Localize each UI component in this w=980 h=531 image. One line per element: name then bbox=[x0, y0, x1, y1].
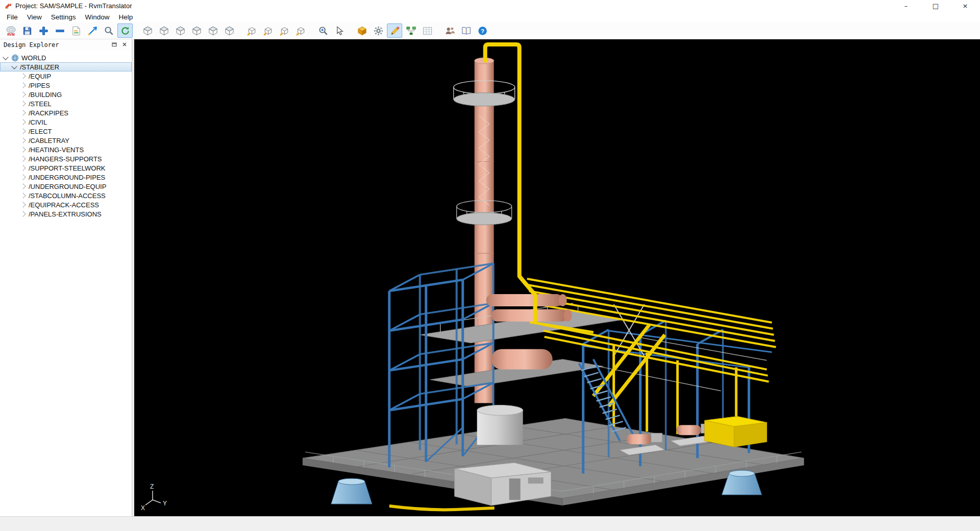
close-button[interactable]: × bbox=[950, 0, 980, 11]
svg-text:?: ? bbox=[481, 28, 484, 34]
view-iso-se-button[interactable] bbox=[277, 23, 292, 38]
view-back-button[interactable] bbox=[189, 23, 204, 38]
tree-item-underground-equip[interactable]: /UNDERGROUND-EQUIP bbox=[0, 182, 132, 191]
users-button[interactable] bbox=[442, 23, 457, 38]
status-bar bbox=[0, 516, 980, 531]
tree-item-building[interactable]: /BUILDING bbox=[0, 90, 132, 99]
tree-item-cabletray[interactable]: /CABLETRAY bbox=[0, 136, 132, 145]
chevron-right-icon[interactable] bbox=[20, 147, 26, 152]
menu-window[interactable]: Window bbox=[81, 12, 114, 22]
tree-item-panels-extrusions[interactable]: /PANELS-EXTRUSIONS bbox=[0, 209, 132, 219]
tree-item-support-steelwork[interactable]: /SUPPORT-STEELWORK bbox=[0, 163, 132, 173]
menu-file[interactable]: File bbox=[2, 12, 22, 22]
chevron-right-icon[interactable] bbox=[20, 101, 26, 106]
3d-model-canvas: Z Y X bbox=[134, 39, 980, 516]
chevron-right-icon[interactable] bbox=[20, 119, 26, 125]
tree-item-equip[interactable]: /EQUIP bbox=[0, 71, 132, 81]
toolbar: RVM? bbox=[0, 22, 980, 39]
minimize-button[interactable]: – bbox=[891, 0, 921, 11]
tree-item-world[interactable]: WORLD bbox=[0, 53, 132, 62]
chevron-right-icon[interactable] bbox=[20, 73, 26, 79]
menu-help[interactable]: Help bbox=[114, 12, 138, 22]
open-rvm-button[interactable]: RVM bbox=[3, 23, 18, 38]
view-iso-ne-button[interactable] bbox=[244, 23, 259, 38]
structure-tree-button[interactable] bbox=[403, 23, 419, 38]
globe-icon bbox=[11, 54, 19, 62]
refresh-button[interactable] bbox=[117, 23, 133, 38]
chevron-right-icon[interactable] bbox=[20, 137, 26, 143]
chevron-right-icon[interactable] bbox=[20, 183, 26, 189]
menu-view[interactable]: View bbox=[22, 12, 46, 22]
view-right-button[interactable] bbox=[222, 23, 237, 38]
cube-arrow-icon bbox=[296, 26, 306, 36]
chevron-right-icon[interactable] bbox=[20, 128, 26, 134]
tree-item-label: /PIPES bbox=[29, 82, 50, 89]
chevron-down-icon[interactable] bbox=[3, 54, 8, 60]
view-left-button[interactable] bbox=[205, 23, 220, 38]
title-bar: Project: SAM/SAMPLE - RvmTranslator – □ … bbox=[0, 0, 980, 11]
tree-item-civil[interactable]: /CIVIL bbox=[0, 117, 132, 127]
pick-select-button[interactable] bbox=[332, 23, 347, 38]
save-button[interactable] bbox=[19, 23, 35, 38]
locate-button[interactable] bbox=[85, 23, 100, 38]
tree-item-label: WORLD bbox=[21, 54, 46, 62]
chevron-right-icon[interactable] bbox=[20, 165, 26, 171]
maximize-button[interactable]: □ bbox=[921, 0, 950, 11]
tree-item-hangers-supports[interactable]: /HANGERS-SUPPORTS bbox=[0, 154, 132, 163]
remove-model-button[interactable] bbox=[52, 23, 67, 38]
view-top-button[interactable] bbox=[140, 23, 155, 38]
search-button[interactable] bbox=[101, 23, 116, 38]
manual-book-button[interactable] bbox=[458, 23, 474, 38]
tree-item-underground-pipes[interactable]: /UNDERGROUND-PIPES bbox=[0, 173, 132, 182]
view-iso-nw-button[interactable] bbox=[260, 23, 276, 38]
tree-item-label: /UNDERGROUND-PIPES bbox=[29, 174, 105, 181]
tree-item-stabcolumn-access[interactable]: /STABCOLUMN-ACCESS bbox=[0, 191, 132, 200]
dock-float-button[interactable] bbox=[109, 40, 119, 50]
settings-gear-button[interactable] bbox=[371, 23, 386, 38]
save-icon bbox=[22, 26, 33, 36]
tree-item-pipes[interactable]: /PIPES bbox=[0, 81, 132, 90]
chevron-right-icon[interactable] bbox=[20, 91, 26, 97]
view-iso-sw-button[interactable] bbox=[293, 23, 308, 38]
tree-item-equiprack-access[interactable]: /EQUIPRACK-ACCESS bbox=[0, 200, 132, 209]
chevron-right-icon[interactable] bbox=[20, 174, 26, 180]
chevron-right-icon[interactable] bbox=[20, 82, 26, 88]
chevron-right-icon[interactable] bbox=[20, 202, 26, 207]
3d-viewport[interactable]: Z Y X bbox=[134, 39, 980, 516]
dart-icon bbox=[87, 26, 98, 36]
tree-item-label: /HEATING-VENTS bbox=[29, 146, 84, 154]
close-icon bbox=[121, 41, 128, 49]
chevron-right-icon[interactable] bbox=[20, 211, 26, 216]
tree-item-stabilizer[interactable]: /STABILIZER bbox=[0, 62, 132, 71]
tree-item-label: /CIVIL bbox=[29, 118, 47, 126]
data-table-button[interactable] bbox=[420, 23, 435, 38]
tree-item-steel[interactable]: /STEEL bbox=[0, 99, 132, 108]
edit-button[interactable] bbox=[387, 23, 402, 38]
dock-close-button[interactable] bbox=[119, 40, 130, 50]
tree-item-rackpipes[interactable]: /RACKPIPES bbox=[0, 108, 132, 117]
toolbar-separator bbox=[237, 22, 243, 39]
cursor-icon bbox=[334, 26, 345, 36]
chevron-right-icon[interactable] bbox=[20, 110, 26, 115]
add-model-button[interactable] bbox=[36, 23, 51, 38]
tree-item-label: /RACKPIPES bbox=[29, 109, 68, 117]
design-explorer-header: Design Explorer bbox=[0, 39, 132, 51]
tree-item-heating-vents[interactable]: /HEATING-VENTS bbox=[0, 145, 132, 154]
chevron-right-icon[interactable] bbox=[20, 192, 26, 198]
help-button[interactable]: ? bbox=[475, 23, 490, 38]
chevron-right-icon[interactable] bbox=[20, 156, 26, 161]
chevron-down-icon[interactable] bbox=[11, 63, 17, 69]
minus-icon bbox=[55, 26, 65, 36]
view-bottom-button[interactable] bbox=[156, 23, 172, 38]
tree-item-label: /EQUIPRACK-ACCESS bbox=[29, 201, 99, 209]
toolbar-separator bbox=[435, 22, 442, 39]
model-box-button[interactable] bbox=[354, 23, 370, 38]
app-icon bbox=[4, 2, 12, 10]
tree-item-label: /BUILDING bbox=[29, 91, 62, 99]
menu-settings[interactable]: Settings bbox=[46, 12, 81, 22]
toolbar-separator bbox=[133, 22, 139, 39]
export-button[interactable] bbox=[68, 23, 84, 38]
tree-item-elect[interactable]: /ELECT bbox=[0, 127, 132, 136]
zoom-window-button[interactable] bbox=[315, 23, 331, 38]
view-front-button[interactable] bbox=[173, 23, 188, 38]
